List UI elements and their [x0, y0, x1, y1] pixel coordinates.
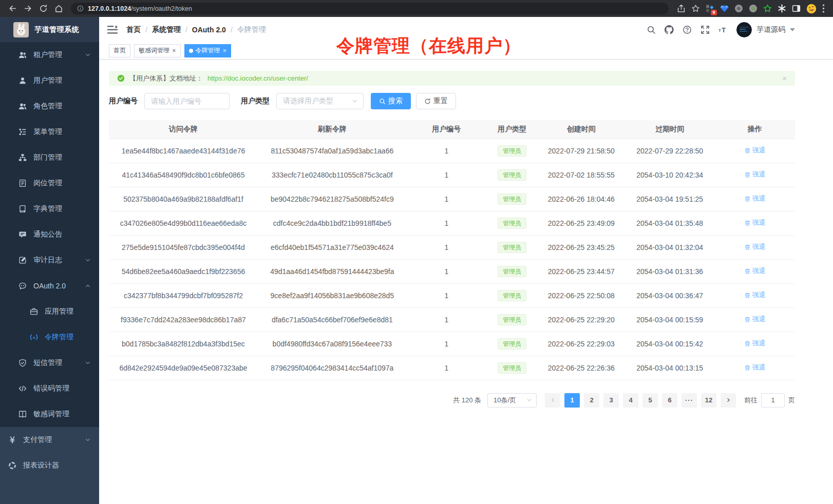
page-button-12[interactable]: 12: [701, 393, 716, 408]
goto-page-input[interactable]: [761, 393, 785, 408]
force-logout-button[interactable]: 强退: [744, 170, 766, 179]
force-logout-button[interactable]: 强退: [744, 194, 766, 203]
expire-time-cell: 2054-03-10 20:42:34: [625, 163, 715, 187]
trash-icon: [744, 171, 751, 178]
yen-icon: [8, 436, 16, 444]
force-logout-button[interactable]: 强退: [744, 266, 766, 276]
user-type-placeholder: 请选择用户类型: [283, 96, 333, 106]
browser-forward-icon[interactable]: [21, 2, 35, 16]
sidebar-item-error-code[interactable]: 错误码管理: [0, 376, 99, 401]
help-icon[interactable]: [683, 25, 692, 34]
user-id-cell: 1: [407, 187, 486, 211]
alert-close-icon[interactable]: ×: [782, 74, 787, 82]
tab-token[interactable]: 令牌管理 ×: [184, 44, 232, 57]
doc-link[interactable]: https://doc.iocoder.cn/user-center/: [207, 74, 308, 82]
page-button-1[interactable]: 1: [564, 393, 580, 408]
force-logout-button[interactable]: 强退: [744, 339, 766, 348]
sidebar-toggle-icon[interactable]: [106, 24, 119, 36]
sidebar-item-menu[interactable]: 菜单管理: [0, 119, 99, 145]
page-button-2[interactable]: 2: [584, 393, 599, 408]
sidebar: 芋道管理系统 租户管理 用户管理 角色管理 菜单管理 部门管理 岗位管理 字典管…: [0, 17, 99, 504]
page-jumper: 前往 页: [744, 393, 795, 408]
refresh-token-cell: 9ce8ef2aa9f14056b831ae9b608e28d5: [258, 283, 407, 307]
search-button[interactable]: 搜索: [371, 93, 411, 109]
page-button-6[interactable]: 6: [662, 393, 677, 408]
browser-back-icon[interactable]: [5, 2, 20, 16]
reset-button[interactable]: 重置: [416, 93, 456, 109]
pixel-extension-icon[interactable]: 9: [706, 4, 714, 13]
table-row: f9336e7c7dd242a283ee98dc86b17a87 dfa6c71…: [109, 307, 795, 332]
command-extension-icon[interactable]: [734, 4, 743, 13]
token-icon: a: [30, 333, 38, 341]
sidebar-menu: 租户管理 用户管理 角色管理 菜单管理 部门管理 岗位管理 字典管理 通知公告 …: [0, 42, 99, 504]
sidebar-item-notice[interactable]: 通知公告: [0, 222, 99, 247]
force-logout-button[interactable]: 强退: [744, 363, 766, 372]
total-count: 共 120 条: [453, 396, 481, 405]
force-logout-button[interactable]: 强退: [744, 315, 766, 324]
chevron-down-icon: [85, 283, 91, 289]
sidebar-item-report-designer[interactable]: 报表设计器: [0, 453, 99, 478]
sidebar-item-role[interactable]: 角色管理: [0, 93, 99, 119]
side-panel-icon[interactable]: [792, 4, 801, 13]
green-star-extension-icon[interactable]: [763, 4, 772, 13]
sidebar-item-audit-log[interactable]: 审计日志: [0, 247, 99, 273]
trash-icon: [744, 316, 751, 323]
app-logo[interactable]: 芋道管理系统: [0, 17, 99, 42]
github-icon[interactable]: [665, 25, 674, 34]
force-logout-button[interactable]: 强退: [744, 290, 766, 300]
share-icon[interactable]: [677, 4, 686, 13]
browser-menu-icon[interactable]: [822, 4, 825, 13]
refresh-token-cell: e6cfd40eb1f54571a31e775e039c4624: [258, 235, 407, 259]
tab-sensitive-word[interactable]: 敏感词管理 ×: [134, 44, 181, 57]
force-logout-button[interactable]: 强退: [744, 218, 766, 227]
user-id-input[interactable]: [144, 93, 230, 109]
profile-avatar-icon[interactable]: [806, 4, 817, 14]
sidebar-item-oauth2[interactable]: OAuth 2.0: [0, 273, 99, 299]
username[interactable]: 芋道源码: [756, 25, 785, 34]
sidebar-item-sensitive-word[interactable]: 敏感词管理: [0, 401, 99, 427]
sidebar-item-tenant[interactable]: 租户管理: [0, 42, 99, 68]
sidebar-item-user[interactable]: 用户管理: [0, 68, 99, 93]
trash-icon: [744, 292, 751, 299]
trash-icon: [744, 196, 751, 202]
sidebar-item-post[interactable]: 岗位管理: [0, 170, 99, 196]
user-type-cell: 管理员: [486, 307, 538, 332]
sidebar-item-sms[interactable]: 短信管理: [0, 350, 99, 376]
breadcrumb-item[interactable]: 首页: [126, 25, 141, 34]
sidebar-item-oauth2-app[interactable]: 应用管理: [0, 299, 99, 324]
search-icon[interactable]: [647, 25, 656, 34]
sidebar-item-pay[interactable]: 支付管理: [0, 427, 99, 453]
font-size-icon[interactable]: TT: [718, 25, 728, 34]
site-info-icon[interactable]: [77, 5, 84, 12]
browser-reload-icon[interactable]: [36, 2, 50, 16]
sidebar-item-dept[interactable]: 部门管理: [0, 145, 99, 170]
force-logout-button[interactable]: 强退: [744, 242, 766, 251]
user-type-badge: 管理员: [498, 338, 526, 350]
prev-page-button[interactable]: [545, 393, 560, 408]
flower-extension-icon[interactable]: [778, 4, 786, 13]
page-button-5[interactable]: 5: [642, 393, 658, 408]
sidebar-item-dict[interactable]: 字典管理: [0, 196, 99, 222]
page-size-select[interactable]: 10条/页: [487, 393, 537, 408]
record-extension-icon[interactable]: [749, 4, 758, 13]
tab-close-icon[interactable]: ×: [172, 47, 176, 54]
next-page-button[interactable]: [721, 393, 736, 408]
address-bar[interactable]: 127.0.0.1:1024/system/oauth2/token: [71, 3, 669, 14]
breadcrumb-item[interactable]: OAuth 2.0: [192, 26, 226, 34]
fullscreen-icon[interactable]: [701, 25, 710, 34]
sidebar-item-oauth2-token[interactable]: a 令牌管理: [0, 324, 99, 350]
user-avatar[interactable]: [736, 22, 752, 37]
user-type-select[interactable]: 请选择用户类型: [276, 93, 364, 109]
force-logout-button[interactable]: 强退: [744, 146, 766, 155]
refresh-token-cell: 49d1aa46d1454fbd87591444423be9fa: [258, 259, 407, 283]
browser-home-icon[interactable]: [51, 2, 66, 16]
page-button-4[interactable]: 4: [623, 393, 638, 408]
chevron-down-icon[interactable]: [790, 28, 795, 31]
bookmark-star-icon[interactable]: [691, 4, 700, 13]
tab-home[interactable]: 首页: [109, 44, 130, 57]
tab-close-icon[interactable]: ×: [223, 47, 227, 54]
gem-extension-icon[interactable]: [720, 4, 729, 13]
breadcrumb-item[interactable]: 系统管理: [152, 25, 181, 34]
page-button-3[interactable]: 3: [603, 393, 619, 408]
page-ellipsis[interactable]: ···: [681, 393, 697, 408]
